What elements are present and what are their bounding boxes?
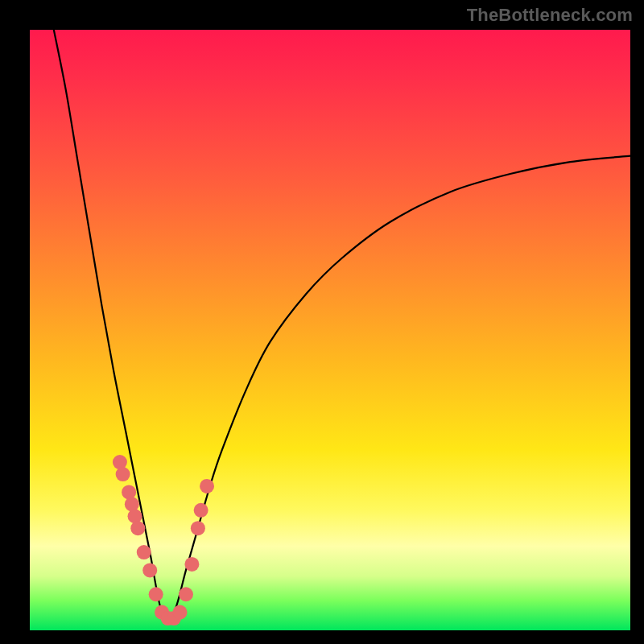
sample-point (173, 605, 188, 620)
bottleneck-curve-svg (30, 30, 630, 630)
sample-point (191, 521, 205, 535)
sample-point (137, 545, 151, 559)
sample-point (142, 563, 157, 577)
sample-points-group (113, 455, 214, 625)
sample-point (116, 467, 130, 481)
watermark-text: TheBottleneck.com (467, 5, 633, 26)
sample-point (179, 587, 193, 601)
sample-point (194, 503, 208, 518)
sample-point (149, 587, 163, 601)
plot-area (30, 30, 630, 630)
sample-point (200, 479, 214, 493)
chart-frame: TheBottleneck.com (0, 0, 644, 644)
sample-point (184, 557, 199, 572)
sample-point (130, 521, 145, 535)
